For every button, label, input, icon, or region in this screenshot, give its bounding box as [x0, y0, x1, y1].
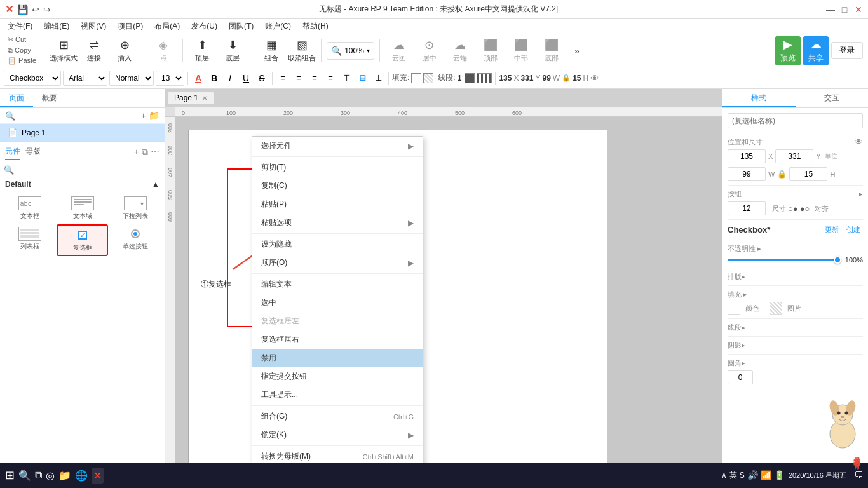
- fill-pattern-swatch[interactable]: [770, 302, 782, 315]
- ctx-disable[interactable]: 禁用: [252, 349, 423, 367]
- taskbar-windows-icon[interactable]: ⊞: [5, 468, 15, 482]
- menu-account[interactable]: 账户(C): [260, 20, 296, 33]
- pos-h-input[interactable]: [789, 167, 827, 181]
- border-style-swatch[interactable]: [477, 73, 492, 83]
- strikethrough-button[interactable]: S: [255, 71, 269, 85]
- visibility-toggle-icon[interactable]: 👁: [855, 137, 863, 147]
- menu-view[interactable]: 视图(V): [76, 20, 111, 33]
- title-bar-redo-icon[interactable]: ↪: [43, 4, 51, 15]
- toolbar-connect[interactable]: ⇌ 连接: [80, 36, 108, 65]
- align-right-button[interactable]: ≡: [308, 71, 322, 85]
- menu-help[interactable]: 帮助(H): [297, 20, 334, 33]
- action-update[interactable]: 更新: [822, 224, 841, 236]
- toolbar-ungroup[interactable]: ▧ 取消组合: [288, 36, 316, 65]
- toolbar-point[interactable]: ◈ 点: [149, 36, 177, 65]
- lock2-icon[interactable]: 🔒: [777, 170, 787, 179]
- bold-button[interactable]: B: [207, 71, 221, 85]
- underline-button[interactable]: U: [239, 71, 253, 85]
- taskbar-app-icon[interactable]: ✕: [92, 468, 104, 484]
- taskbar-notification-icon[interactable]: 🗨: [854, 470, 863, 480]
- systray-battery[interactable]: 🔋: [774, 470, 785, 480]
- comp-item-listbox[interactable]: 列表框: [4, 224, 55, 256]
- align-middle-button[interactable]: ⊟: [355, 71, 369, 85]
- systray-network[interactable]: 📶: [761, 470, 771, 480]
- menu-edit[interactable]: 编辑(E): [39, 20, 74, 33]
- canvas-tab-page1[interactable]: Page 1 ✕: [168, 92, 214, 104]
- ctx-set-hidden[interactable]: 设为隐藏: [252, 235, 423, 254]
- toolbar-more[interactable]: »: [568, 42, 586, 60]
- comp-copy-icon[interactable]: ⧉: [142, 147, 148, 158]
- folder-icon[interactable]: 📁: [149, 111, 159, 121]
- taskbar-explorer-icon[interactable]: 📁: [58, 470, 71, 482]
- tab-pages[interactable]: 页面: [0, 89, 33, 107]
- ctx-select-widget[interactable]: 选择元件 ▶: [252, 137, 423, 155]
- fill-pattern-swatch[interactable]: [423, 73, 433, 83]
- toolbar-cut[interactable]: ✂ Cut: [8, 35, 36, 44]
- menu-publish[interactable]: 发布(U): [186, 20, 222, 33]
- toolbar-cloud[interactable]: ☁ 云端: [446, 36, 474, 65]
- menu-project[interactable]: 项目(P): [112, 20, 148, 33]
- toolbar-select-mode[interactable]: ⊞ 选择模式: [50, 36, 78, 65]
- comp-item-checkbox[interactable]: ✓ 复选框: [57, 224, 108, 256]
- font-size-select[interactable]: 13: [156, 71, 184, 86]
- align-justify-button[interactable]: ≡: [323, 71, 337, 85]
- font-family-select[interactable]: Arial: [63, 71, 107, 86]
- pos-x-input[interactable]: [728, 149, 766, 163]
- ctx-copy[interactable]: 复制(C): [252, 177, 423, 195]
- button-size-input[interactable]: [728, 201, 766, 215]
- toolbar-bottom-layer[interactable]: ⬇ 底层: [219, 36, 247, 65]
- menu-team[interactable]: 团队(T): [224, 20, 259, 33]
- text-color-button[interactable]: A: [191, 71, 205, 85]
- comp-item-radio[interactable]: 单选按钮: [109, 224, 161, 256]
- ctx-submit-btn[interactable]: 指定提交按钮: [252, 367, 423, 386]
- toolbar-group[interactable]: ▦ 组合: [257, 36, 285, 65]
- canvas-content[interactable]: ✓ 复选框 选择元件 ▶ 剪切(T) 复制(: [175, 117, 722, 463]
- ctx-checkbox-right[interactable]: 复选框居右: [252, 330, 423, 349]
- comp-add-icon[interactable]: +: [134, 147, 139, 158]
- toolbar-paste[interactable]: 📋 Paste: [8, 56, 36, 65]
- ctx-tooltip[interactable]: 工具提示...: [252, 386, 423, 404]
- toolbar-insert[interactable]: ⊕ 插入: [111, 36, 139, 65]
- toolbar-top[interactable]: ⬛ 顶部: [477, 36, 505, 65]
- align-top-button[interactable]: ⊤: [339, 71, 353, 85]
- corner-value-input[interactable]: [728, 370, 753, 384]
- ctx-paste-options[interactable]: 粘贴选项 ▶: [252, 214, 423, 232]
- systray-lang[interactable]: 英: [729, 470, 737, 481]
- pos-y-input[interactable]: [775, 149, 813, 163]
- ctx-cut[interactable]: 剪切(T): [252, 158, 423, 177]
- tab-elements[interactable]: 元件: [5, 144, 20, 160]
- maximize-button[interactable]: □: [840, 5, 849, 14]
- comp-search-input[interactable]: [17, 166, 161, 175]
- component-name-input[interactable]: [728, 113, 863, 128]
- visibility-icon[interactable]: 👁: [590, 73, 599, 83]
- comp-group-toggle-icon[interactable]: ▲: [152, 180, 159, 189]
- tab-overview[interactable]: 概要: [33, 89, 66, 107]
- title-bar-save-icon[interactable]: 💾: [17, 4, 28, 15]
- align-center-button[interactable]: ≡: [292, 71, 306, 85]
- login-button[interactable]: 登录: [831, 42, 863, 59]
- ctx-order[interactable]: 顺序(O) ▶: [252, 254, 423, 272]
- preview-button[interactable]: ▶ 预览: [775, 36, 801, 65]
- title-bar-undo-icon[interactable]: ↩: [32, 4, 39, 15]
- ctx-group[interactable]: 组合(G) Ctrl+G: [252, 407, 423, 426]
- comp-item-textarea[interactable]: 文本域: [57, 194, 108, 223]
- systray-speaker[interactable]: 🔊: [747, 470, 758, 480]
- toolbar-mid[interactable]: ⬛ 中部: [507, 36, 535, 65]
- font-style-select[interactable]: Normal: [109, 71, 154, 86]
- minimize-button[interactable]: —: [826, 5, 835, 14]
- zoom-control[interactable]: 🔍 100% ▾: [327, 42, 374, 60]
- menu-layout[interactable]: 布局(A): [149, 20, 185, 33]
- opacity-slider[interactable]: [728, 259, 841, 261]
- ctx-edit-text[interactable]: 编辑文本: [252, 275, 423, 294]
- systray-chevron[interactable]: ∧: [721, 471, 727, 480]
- add-page-icon[interactable]: +: [141, 111, 146, 121]
- share-button[interactable]: ☁ 共享: [803, 36, 829, 65]
- zoom-dropdown-icon[interactable]: ▾: [367, 47, 370, 54]
- toolbar-back[interactable]: ☁ 云图: [385, 36, 413, 65]
- comp-item-dropdown[interactable]: ▾ 下拉列表: [109, 194, 161, 223]
- tab-style[interactable]: 样式: [722, 89, 796, 107]
- widget-type-select[interactable]: Checkbox: [4, 71, 61, 86]
- ctx-select-checked[interactable]: 选中: [252, 294, 423, 312]
- taskbar-cortana-icon[interactable]: ◎: [46, 470, 55, 482]
- align-left-button[interactable]: ≡: [276, 71, 290, 85]
